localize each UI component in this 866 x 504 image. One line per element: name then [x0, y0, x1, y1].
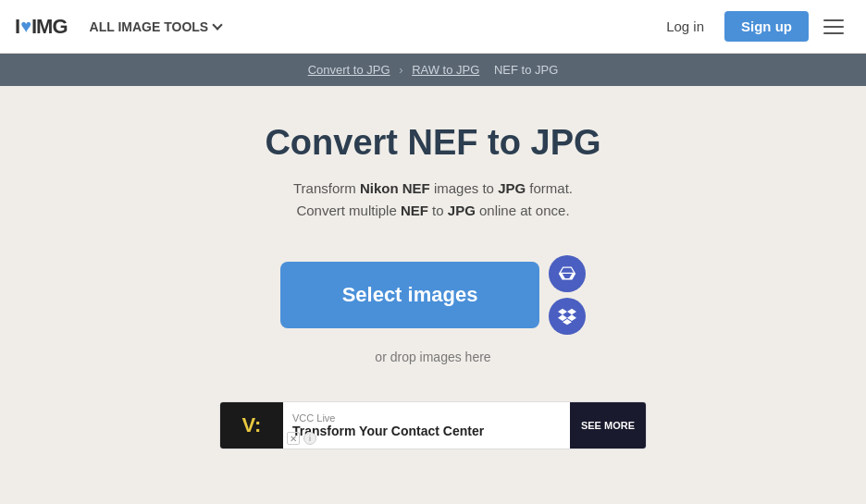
logo-img: IMG — [31, 15, 68, 39]
hamburger-line-3 — [823, 32, 844, 34]
google-drive-icon — [558, 264, 576, 283]
all-image-tools-button[interactable]: ALL IMAGE TOOLS — [82, 14, 229, 40]
breadcrumb-raw-to-jpg[interactable]: RAW to JPG — [412, 63, 479, 77]
dropbox-icon — [558, 307, 576, 326]
logo-i: I — [15, 15, 19, 39]
ad-see-more-button[interactable]: SEE MORE — [570, 402, 646, 449]
chevron-down-icon — [213, 19, 223, 30]
desc-bold-2: JPG — [498, 180, 526, 196]
ad-close-button[interactable]: ✕ — [287, 432, 300, 445]
all-image-tools-label: ALL IMAGE TOOLS — [90, 19, 209, 34]
ad-logo-area: V: — [220, 402, 283, 449]
ad-banner: V: VCC Live Transform Your Contact Cente… — [219, 401, 647, 449]
ad-info-button[interactable]: i — [303, 432, 316, 445]
page-title: Convert NEF to JPG — [265, 123, 600, 163]
ad-tagline: Transform Your Contact Center — [292, 424, 561, 438]
breadcrumb-arrow: › — [399, 63, 402, 77]
hamburger-line-2 — [823, 26, 844, 28]
header-right: Log in Sign up — [653, 11, 851, 42]
signup-button[interactable]: Sign up — [724, 11, 809, 42]
desc-bold-1: Nikon NEF — [360, 180, 430, 196]
desc-bold-3: NEF — [401, 203, 428, 218]
ad-content: VCC Live Transform Your Contact Center ✕… — [283, 412, 570, 438]
breadcrumb: Convert to JPG › RAW to JPG NEF to JPG — [0, 54, 866, 86]
ad-v-logo: V: — [242, 413, 262, 437]
hamburger-menu-button[interactable] — [816, 12, 851, 42]
desc-bold-4: JPG — [448, 203, 476, 218]
upload-area: Select images — [280, 255, 586, 335]
header-left: I♥IMG ALL IMAGE TOOLS — [15, 14, 229, 40]
logo-heart: ♥ — [20, 16, 31, 37]
drop-text: or drop images here — [375, 350, 490, 364]
site-logo[interactable]: I♥IMG — [15, 15, 68, 39]
breadcrumb-convert-to-jpg[interactable]: Convert to JPG — [308, 63, 390, 77]
cloud-upload-buttons — [549, 255, 586, 335]
google-drive-button[interactable] — [549, 255, 586, 292]
select-images-button[interactable]: Select images — [280, 262, 539, 328]
ad-brand: VCC Live — [292, 412, 561, 424]
breadcrumb-current: NEF to JPG — [494, 63, 558, 77]
main-content: Convert NEF to JPG Transform Nikon NEF i… — [0, 86, 866, 468]
site-header: I♥IMG ALL IMAGE TOOLS Log in Sign up — [0, 0, 866, 54]
dropbox-button[interactable] — [549, 298, 586, 335]
login-button[interactable]: Log in — [653, 11, 717, 42]
ad-controls: ✕ i — [287, 432, 316, 445]
page-description: Transform Nikon NEF images to JPG format… — [293, 178, 573, 222]
hamburger-line-1 — [823, 19, 844, 21]
